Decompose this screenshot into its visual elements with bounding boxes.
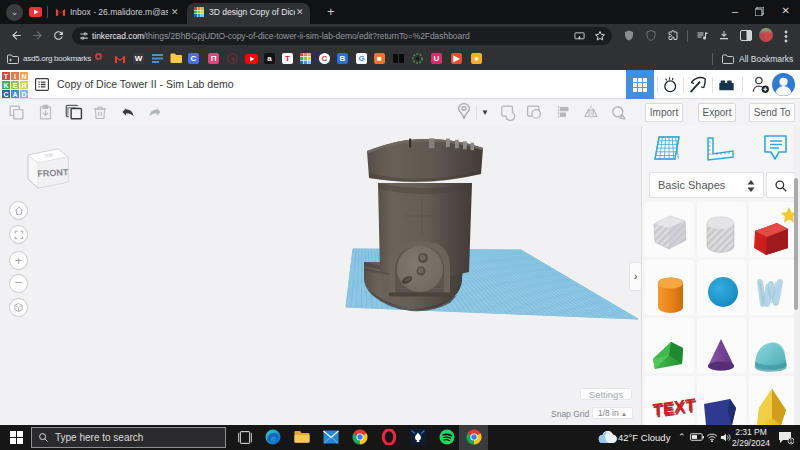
svg-text:1: 1 xyxy=(790,438,793,444)
svg-text:TOP: TOP xyxy=(44,153,54,159)
svg-text:FRONT: FRONT xyxy=(37,167,69,179)
